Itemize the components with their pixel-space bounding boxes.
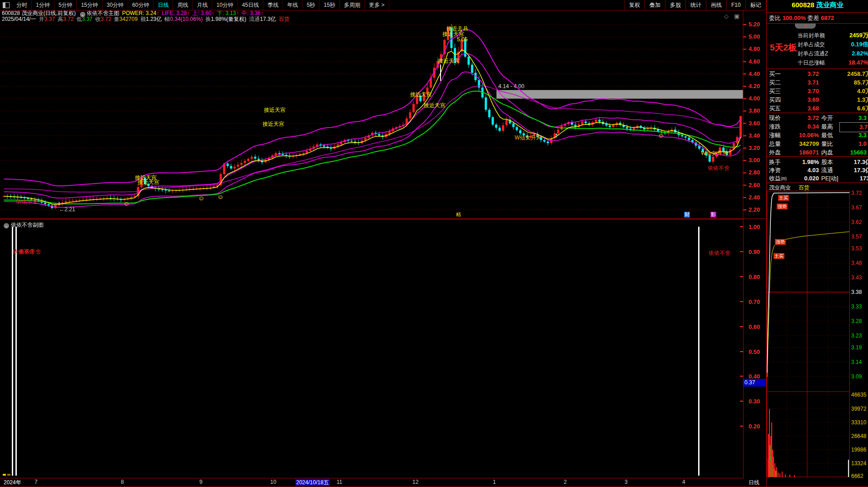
sub-indicator-chart[interactable]: ⌄ 依依不舍副图 依依不舍依依不舍依依不舍 <box>0 219 744 478</box>
quote-label: 最高 <box>821 122 833 131</box>
signal-label: 主买 <box>778 195 789 201</box>
tool-多股[interactable]: 多股 <box>665 0 685 10</box>
quote-value: 3.72 <box>787 114 819 123</box>
tool-复权[interactable]: 复权 <box>624 0 645 10</box>
intraday-mini-chart[interactable]: 3.723.673.623.573.533.483.433.383.333.28… <box>767 191 868 482</box>
quote-label: 涨跌 <box>769 122 781 131</box>
stock-code: 600828 <box>792 1 814 9</box>
timeline-label: 12 <box>412 479 418 485</box>
quote-value: 3.3 <box>839 114 867 123</box>
menu-item-30分钟[interactable]: 30分钟 <box>103 0 128 10</box>
table-row: 当前封单额2459万 <box>767 31 868 40</box>
table-row: 总量342709量比1.0 <box>767 139 868 149</box>
subchart-axis-label: 0.60 <box>749 323 760 330</box>
ohlc-token: 幅0.34(10.06%) <box>164 16 203 22</box>
quote-label: 现价 <box>769 114 781 123</box>
svg-text:2.20: 2.20 <box>749 206 760 213</box>
subchart-axis-label: 0.20 <box>749 423 760 430</box>
menu-item-15分钟[interactable]: 15分钟 <box>77 0 102 10</box>
svg-text:4.20: 4.20 <box>749 83 760 89</box>
tick <box>740 426 743 427</box>
ohlc-token: 收3.72 <box>95 16 111 22</box>
seal-value: 2.82% <box>835 49 868 58</box>
tool-F10[interactable]: F10 <box>726 0 745 10</box>
ohlc-token: 额1.23亿 <box>140 16 162 22</box>
signal-label: 主买 <box>774 253 784 259</box>
tab-industry[interactable]: 百货 <box>799 184 809 191</box>
table-row: 十日总涨幅18.47% <box>767 58 868 67</box>
table-row: 收益㈣0.020PE[动]173. <box>767 174 868 183</box>
mini-volume-label: 19986 <box>851 447 867 453</box>
menu-item-多周期[interactable]: 多周期 <box>340 0 365 10</box>
table-row: 封单占成交0.19倍 <box>767 40 868 49</box>
tool-叠加[interactable]: 叠加 <box>645 0 665 10</box>
candlestick-chart[interactable]: 5.205.004.804.604.404.204.003.803.603.40… <box>0 10 766 219</box>
event-badge[interactable]: 精 <box>456 212 461 218</box>
menu-item-日线[interactable]: 日线 <box>154 0 173 10</box>
date-axis: 2024年789102024/10/18五11121234 <box>0 478 868 487</box>
subchart-axis-label: 0.30 <box>749 398 760 405</box>
window-icon[interactable] <box>3 2 10 8</box>
signal-bar <box>15 227 17 476</box>
svg-text:3.20: 3.20 <box>749 144 760 151</box>
timeline-label: 3 <box>625 479 628 485</box>
event-badge[interactable]: 影 <box>710 212 716 218</box>
event-badge[interactable]: 财 <box>684 212 690 218</box>
menu-item-15秒[interactable]: 15秒 <box>320 0 340 10</box>
menu-item-1分钟[interactable]: 1分钟 <box>32 0 55 10</box>
menu-item-45日线[interactable]: 45日线 <box>238 0 263 10</box>
tool-画线[interactable]: 画线 <box>706 0 726 10</box>
menu-item-5分钟[interactable]: 5分钟 <box>55 0 77 10</box>
svg-text:3.80: 3.80 <box>749 107 760 114</box>
quote-panel: 600828 茂业商业 委比 100.00% 委差 6872 ∧ 5天2板 当前… <box>766 0 868 487</box>
menu-item-年线[interactable]: 年线 <box>283 0 303 10</box>
seal-label: 封单占成交 <box>798 40 825 49</box>
quote-label: 涨幅 <box>769 131 781 140</box>
smiley-icon: ☺ <box>198 194 204 202</box>
menu-item-10分钟[interactable]: 10分钟 <box>212 0 238 10</box>
menu-item-季线[interactable]: 季线 <box>263 0 283 10</box>
svg-text:2.40: 2.40 <box>749 194 760 201</box>
menu-item-月线[interactable]: 月线 <box>193 0 212 10</box>
buy-price: 3.71 <box>799 78 819 87</box>
tab-stock[interactable]: 茂业商业 <box>769 184 791 191</box>
mini-axis-label: 3.23 <box>851 333 862 339</box>
collapse-tab[interactable]: ∧ <box>795 24 816 29</box>
stock-title: 600828 茂业商业 <box>767 1 868 10</box>
ohlc-token: 换1.98%(量复权) <box>205 16 246 22</box>
chart-corner-icon: ▣ <box>734 13 739 20</box>
table-row: 外盘186071内盘15663 <box>767 148 868 157</box>
menu-item-分时[interactable]: 分时 <box>12 0 32 10</box>
indicator-value: LIFE: 3.28↑ <box>162 10 189 16</box>
tool-标记[interactable]: 标记 <box>745 0 766 10</box>
table-row: 买二3.7185.7万 <box>767 78 868 87</box>
tool-统计[interactable]: 统计 <box>685 0 706 10</box>
mini-axis-label: 3.33 <box>851 303 862 310</box>
signal-bar <box>12 227 13 476</box>
buy-price: 3.69 <box>799 95 819 104</box>
collapse-icon[interactable]: ⌄ <box>2 221 10 229</box>
chart-title: 600828 茂业商业(日线,前复权) <box>2 10 76 16</box>
smiley-icon: ☺ <box>123 200 129 207</box>
ohlc-token: 开3.37 <box>39 16 55 22</box>
mini-axis-label: 3.19 <box>851 344 862 351</box>
menu-item-60分钟[interactable]: 60分钟 <box>128 0 154 10</box>
ohlc-token: 百货 <box>279 16 290 22</box>
svg-text:3.60: 3.60 <box>749 120 760 127</box>
buy-price: 3.70 <box>799 87 819 96</box>
buy-level-label: 买一 <box>769 70 781 79</box>
subchart-axis-label: 0.90 <box>749 248 760 255</box>
timeline-label: 9 <box>199 479 203 485</box>
menu-item-周线[interactable]: 周线 <box>173 0 193 10</box>
menu-item-5秒[interactable]: 5秒 <box>303 0 320 10</box>
buy-volume: 85.7万 <box>825 78 868 87</box>
buy-price: 3.68 <box>799 104 819 113</box>
table-row: 净资4.03流通17.3亿 <box>767 166 868 175</box>
tick <box>740 276 743 277</box>
tick <box>740 376 743 377</box>
mini-period-label[interactable]: 日线 <box>749 479 759 487</box>
subchart-annotation: 依依不舍 <box>19 248 41 256</box>
mini-volume-label: 13324 <box>851 460 867 467</box>
buy-level-label: 买五 <box>769 104 781 113</box>
menu-item-更多 >[interactable]: 更多 > <box>365 0 389 10</box>
